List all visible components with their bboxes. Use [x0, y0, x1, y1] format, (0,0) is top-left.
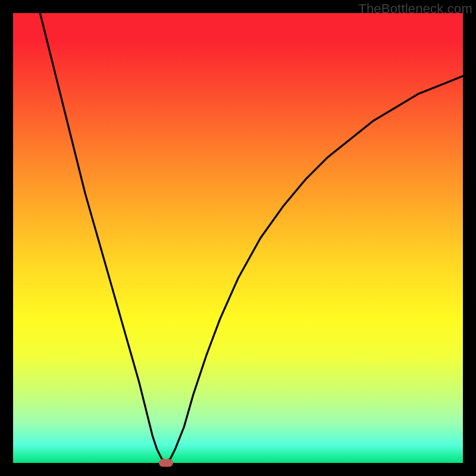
plot-area	[13, 13, 463, 463]
watermark-text: TheBottleneck.com	[358, 1, 472, 17]
bottleneck-curve	[13, 13, 463, 463]
optimal-marker	[159, 459, 173, 467]
